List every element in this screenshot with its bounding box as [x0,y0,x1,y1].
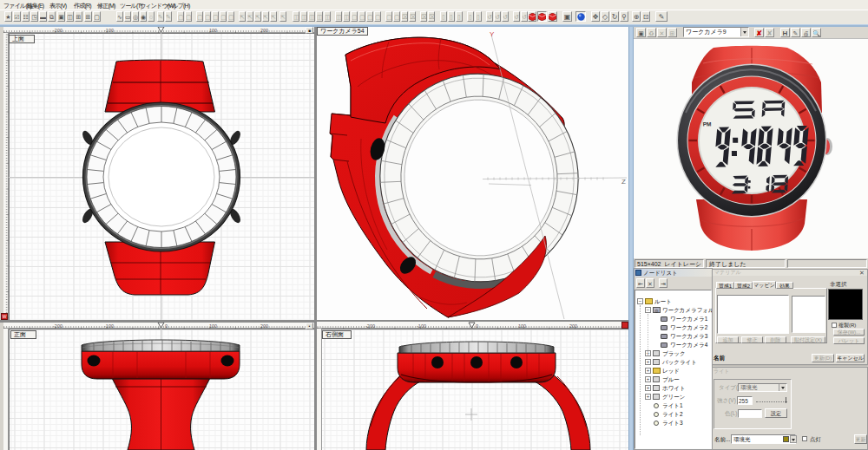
svg-text:Y: Y [490,30,495,38]
svg-text:200: 200 [260,323,268,329]
svg-text:200: 200 [260,28,268,33]
svg-text:100: 100 [209,323,217,329]
svg-text:-200: -200 [365,323,375,329]
svg-text:-100: -100 [417,323,426,329]
svg-text:Z: Z [621,178,626,186]
svg-text:0: 0 [165,323,168,329]
svg-text:0: 0 [476,323,478,329]
svg-text:PM: PM [703,121,712,127]
svg-text:-200: -200 [53,323,62,329]
svg-text:-200: -200 [53,28,62,33]
svg-text:100: 100 [518,323,526,329]
svg-text:200: 200 [569,323,577,329]
svg-text:100: 100 [209,28,217,33]
svg-text:-100: -100 [104,323,114,329]
svg-text:-100: -100 [104,28,114,33]
